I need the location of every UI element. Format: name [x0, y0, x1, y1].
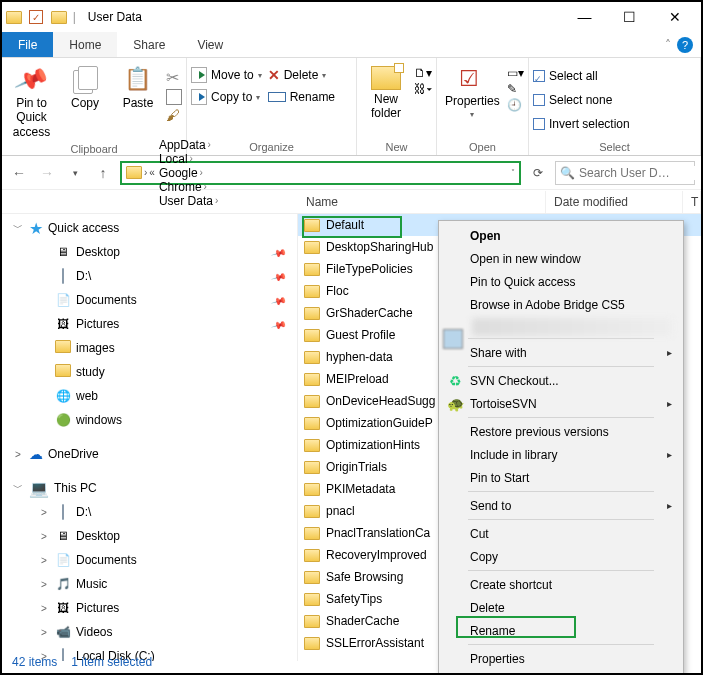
folder-icon — [304, 637, 320, 650]
folder-icon — [304, 329, 320, 342]
select-none-button[interactable]: Select none — [533, 89, 612, 111]
crumb-appdata[interactable]: AppData › — [157, 138, 220, 152]
tree-icon — [55, 269, 71, 283]
qat-properties-icon[interactable]: ✓ — [29, 10, 43, 24]
ctx-cut[interactable]: Cut — [442, 522, 680, 545]
tree-quick-access[interactable]: ﹀★Quick access — [2, 216, 297, 240]
history-icon[interactable]: 🕘 — [507, 98, 524, 112]
easy-access-icon[interactable]: ⛓▾ — [414, 82, 432, 96]
system-folder-icon — [6, 11, 22, 24]
copy-to-button[interactable]: Copy to▾ — [191, 86, 262, 108]
tree-icon: 🟢 — [55, 413, 71, 427]
ctx-delete[interactable]: Delete — [442, 596, 680, 619]
folder-icon — [304, 615, 320, 628]
addr-folder-icon — [126, 166, 142, 179]
open-icon[interactable]: ▭▾ — [507, 66, 524, 80]
ctx-send-to[interactable]: Send to — [442, 494, 680, 517]
delete-button[interactable]: ✕Delete▾ — [268, 64, 335, 86]
col-name-header[interactable]: Name — [298, 191, 546, 213]
tree-pc-desktop[interactable]: >🖥Desktop — [2, 524, 297, 548]
pin-to-quick-access-button[interactable]: 📌 Pin to Quick access — [6, 64, 57, 141]
tree-pc-d[interactable]: >D:\ — [2, 500, 297, 524]
tree-item-windows[interactable]: 🟢windows — [2, 408, 297, 432]
back-button[interactable]: ← — [8, 162, 30, 184]
address-bar[interactable]: › « AppData ›Local ›Google ›Chrome ›User… — [120, 161, 521, 185]
forward-button[interactable]: → — [36, 162, 58, 184]
recent-dropdown[interactable]: ▾ — [64, 162, 86, 184]
search-box[interactable]: 🔍 — [555, 161, 695, 185]
ctx-include-library[interactable]: Include in library — [442, 443, 680, 466]
copy-path-icon[interactable] — [166, 89, 182, 105]
tree-item-images[interactable]: images — [2, 336, 297, 360]
maximize-button[interactable]: ☐ — [607, 3, 652, 31]
invert-selection-button[interactable]: Invert selection — [533, 113, 630, 135]
pin-icon: 📌 — [271, 292, 287, 308]
group-label-select: Select — [533, 139, 696, 155]
col-type-header[interactable]: T — [683, 191, 701, 213]
tree-icon: 🎵 — [55, 577, 71, 591]
help-icon[interactable]: ? — [677, 37, 693, 53]
ctx-pin-quick-access[interactable]: Pin to Quick access — [442, 270, 680, 293]
new-item-icon[interactable]: 🗋▾ — [414, 66, 432, 80]
minimize-button[interactable]: — — [562, 3, 607, 31]
ctx-restore-versions[interactable]: Restore previous versions — [442, 420, 680, 443]
tab-share[interactable]: Share — [117, 32, 181, 57]
paste-button[interactable]: 📋 Paste — [113, 64, 163, 112]
paste-shortcut-icon[interactable]: 🖌 — [166, 107, 182, 123]
tree-icon — [55, 505, 71, 519]
crumb-user data[interactable]: User Data › — [157, 194, 220, 208]
tree-pc-pictures[interactable]: >🖼Pictures — [2, 596, 297, 620]
crumb-local[interactable]: Local › — [157, 152, 220, 166]
ctx-properties[interactable]: Properties — [442, 647, 680, 670]
cut-icon[interactable]: ✂ — [166, 68, 182, 87]
ctx-copy[interactable]: Copy — [442, 545, 680, 568]
folder-icon — [304, 307, 320, 320]
move-to-button[interactable]: Move to▾ — [191, 64, 262, 86]
ctx-open[interactable]: Open — [442, 224, 680, 247]
status-selected-count: 1 item selected — [71, 655, 152, 669]
copy-button[interactable]: Copy — [60, 64, 110, 112]
close-button[interactable]: ✕ — [652, 3, 697, 31]
ctx-open-new-window[interactable]: Open in new window — [442, 247, 680, 270]
ctx-svn-checkout[interactable]: ♻SVN Checkout... — [442, 369, 680, 392]
crumb-google[interactable]: Google › — [157, 166, 220, 180]
tree-item-desktop[interactable]: 🖥Desktop📌 — [2, 240, 297, 264]
tree-this-pc[interactable]: ﹀💻This PC — [2, 476, 297, 500]
collapse-ribbon-icon[interactable]: ˄ — [665, 38, 671, 52]
search-input[interactable] — [579, 166, 703, 180]
up-button[interactable]: ↑ — [92, 162, 114, 184]
star-icon: ★ — [29, 219, 43, 238]
tab-view[interactable]: View — [181, 32, 239, 57]
tab-file[interactable]: File — [2, 32, 53, 57]
tree-item-web[interactable]: 🌐web — [2, 384, 297, 408]
tree-onedrive[interactable]: >☁OneDrive — [2, 442, 297, 466]
qat-newfolder-icon[interactable] — [51, 11, 67, 24]
folder-icon — [304, 571, 320, 584]
ctx-pin-start[interactable]: Pin to Start — [442, 466, 680, 489]
tree-pc-videos[interactable]: >📹Videos — [2, 620, 297, 644]
refresh-button[interactable]: ⟳ — [527, 162, 549, 184]
rename-button[interactable]: Rename — [268, 86, 335, 108]
crumb-chrome[interactable]: Chrome › — [157, 180, 220, 194]
invert-selection-icon — [533, 118, 545, 130]
ctx-rename[interactable]: Rename — [442, 619, 680, 642]
new-folder-button[interactable]: New folder — [361, 64, 411, 123]
tree-pc-music[interactable]: >🎵Music — [2, 572, 297, 596]
ctx-share-with[interactable]: Share with — [442, 341, 680, 364]
edit-icon[interactable]: ✎ — [507, 82, 524, 96]
tree-pc-documents[interactable]: >📄Documents — [2, 548, 297, 572]
tree-item-d[interactable]: D:\📌 — [2, 264, 297, 288]
properties-button[interactable]: ☑ Properties ▾ — [441, 64, 504, 121]
col-date-header[interactable]: Date modified — [546, 191, 683, 213]
properties-icon: ☑ — [459, 66, 485, 92]
ctx-create-shortcut[interactable]: Create shortcut — [442, 573, 680, 596]
tree-item-pictures[interactable]: 🖼Pictures📌 — [2, 312, 297, 336]
tree-item-study[interactable]: study — [2, 360, 297, 384]
ctx-adobe-bridge[interactable]: Browse in Adobe Bridge CS5 — [442, 293, 680, 316]
select-all-button[interactable]: Select all — [533, 65, 598, 87]
tree-item-documents[interactable]: 📄Documents📌 — [2, 288, 297, 312]
ctx-tortoisesvn[interactable]: 🐢TortoiseSVN — [442, 392, 680, 415]
move-icon — [191, 67, 207, 83]
pin-icon: 📌 — [271, 244, 287, 260]
tab-home[interactable]: Home — [53, 32, 117, 57]
